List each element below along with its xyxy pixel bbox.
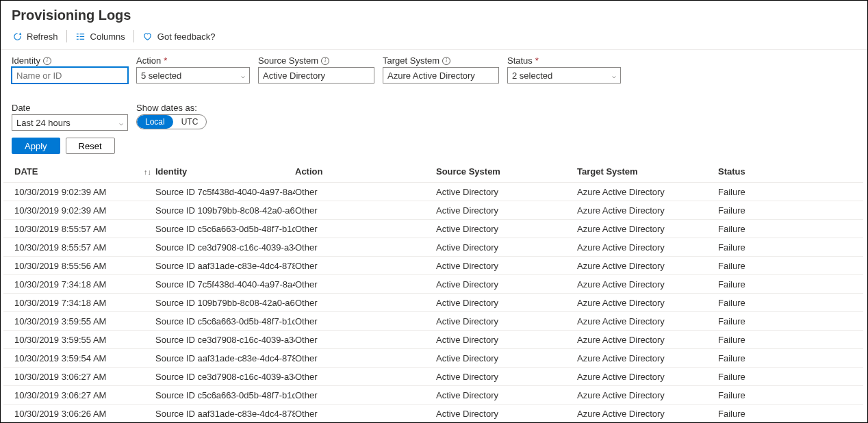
table-row[interactable]: 10/30/2019 9:02:39 AMSource ID 109b79bb-… (3, 201, 863, 220)
cell-target: Azure Active Directory (577, 390, 718, 400)
cell-identity: Source ID 7c5f438d-4040-4a97-8a45-9d6 (155, 187, 295, 197)
cell-source: Active Directory (436, 224, 577, 234)
col-source-header[interactable]: Source System (436, 166, 577, 177)
info-icon[interactable]: i (43, 57, 51, 65)
reset-button[interactable]: Reset (66, 138, 115, 154)
cell-action: Other (295, 409, 436, 419)
cell-target: Azure Active Directory (577, 261, 718, 271)
cell-source: Active Directory (436, 409, 577, 419)
filters-row: Identityi Action* 5 selected⌵ Source Sys… (1, 50, 867, 133)
cell-date: 10/30/2019 8:55:57 AM (14, 242, 155, 253)
table-row[interactable]: 10/30/2019 8:55:57 AMSource ID ce3d7908-… (3, 238, 863, 257)
date-select[interactable]: Last 24 hours⌵ (12, 114, 128, 131)
date-label: Date (12, 103, 30, 113)
cell-status: Failure (718, 316, 852, 326)
toolbar: Refresh Columns Got feedback? (1, 26, 867, 50)
page-title: Provisioning Logs (1, 1, 867, 26)
dates-as-toggle[interactable]: Local UTC (136, 114, 207, 129)
cell-identity: Source ID 7c5f438d-4040-4a97-8a45-9d6 (155, 279, 295, 290)
target-select[interactable]: Azure Active Directory (383, 67, 499, 84)
cell-target: Azure Active Directory (577, 353, 718, 363)
cell-target: Azure Active Directory (577, 205, 718, 216)
status-label: Status (507, 55, 533, 66)
table-row[interactable]: 10/30/2019 3:06:26 AMSource ID aaf31ade-… (3, 405, 863, 423)
table-row[interactable]: 10/30/2019 8:55:56 AMSource ID aaf31ade-… (3, 257, 863, 275)
cell-target: Azure Active Directory (577, 298, 718, 308)
cell-date: 10/30/2019 7:34:18 AM (14, 279, 155, 290)
dates-as-label: Show dates as: (136, 103, 197, 113)
cell-identity: Source ID ce3d7908-c16c-4039-a346-b72 (155, 242, 295, 253)
cell-status: Failure (718, 353, 852, 363)
action-select[interactable]: 5 selected⌵ (136, 67, 250, 84)
cell-status: Failure (718, 242, 852, 253)
source-value: Active Directory (263, 70, 325, 81)
cell-date: 10/30/2019 3:06:27 AM (14, 372, 155, 382)
cell-identity: Source ID c5c6a663-0d5b-48f7-b1d7-ec4 (155, 390, 295, 400)
col-target-header[interactable]: Target System (577, 166, 718, 177)
cell-action: Other (295, 242, 436, 253)
cell-identity: Source ID c5c6a663-0d5b-48f7-b1d7-ec4 (155, 224, 295, 234)
col-status-header[interactable]: Status (718, 166, 852, 177)
action-value: 5 selected (141, 70, 181, 81)
cell-source: Active Directory (436, 372, 577, 382)
cell-target: Azure Active Directory (577, 187, 718, 197)
col-date-header[interactable]: DATE↑↓ (14, 166, 155, 177)
target-label: Target System (383, 55, 439, 66)
refresh-icon (12, 31, 23, 42)
action-label: Action (136, 55, 161, 66)
table-row[interactable]: 10/30/2019 9:02:39 AMSource ID 7c5f438d-… (3, 183, 863, 201)
table-row[interactable]: 10/30/2019 7:34:18 AMSource ID 7c5f438d-… (3, 275, 863, 294)
identity-input[interactable] (12, 67, 128, 84)
cell-date: 10/30/2019 3:59:54 AM (14, 353, 155, 363)
info-icon[interactable]: i (321, 57, 329, 65)
table-body: 10/30/2019 9:02:39 AMSource ID 7c5f438d-… (3, 183, 863, 423)
chevron-down-icon: ⌵ (612, 72, 616, 79)
table-row[interactable]: 10/30/2019 3:06:27 AMSource ID ce3d7908-… (3, 368, 863, 386)
col-date-label: DATE (14, 166, 38, 177)
col-action-header[interactable]: Action (295, 166, 436, 177)
source-select[interactable]: Active Directory (258, 67, 374, 84)
button-row: Apply Reset (1, 133, 867, 161)
cell-target: Azure Active Directory (577, 224, 718, 234)
table-row[interactable]: 10/30/2019 3:06:27 AMSource ID c5c6a663-… (3, 386, 863, 405)
local-option[interactable]: Local (137, 115, 173, 129)
info-icon[interactable]: i (442, 57, 450, 65)
cell-source: Active Directory (436, 187, 577, 197)
heart-icon (142, 31, 153, 42)
columns-button[interactable]: Columns (67, 31, 133, 42)
chevron-down-icon: ⌵ (119, 119, 123, 127)
cell-action: Other (295, 316, 436, 326)
cell-status: Failure (718, 261, 852, 271)
table-row[interactable]: 10/30/2019 8:55:57 AMSource ID c5c6a663-… (3, 220, 863, 238)
cell-source: Active Directory (436, 242, 577, 253)
apply-button[interactable]: Apply (12, 138, 60, 154)
cell-action: Other (295, 372, 436, 382)
cell-identity: Source ID c5c6a663-0d5b-48f7-b1d7-ec4 (155, 316, 295, 326)
cell-action: Other (295, 187, 436, 197)
cell-action: Other (295, 279, 436, 290)
date-value: Last 24 hours (16, 118, 71, 128)
cell-date: 10/30/2019 9:02:39 AM (14, 205, 155, 216)
cell-target: Azure Active Directory (577, 279, 718, 290)
table-row[interactable]: 10/30/2019 7:34:18 AMSource ID 109b79bb-… (3, 294, 863, 312)
cell-identity: Source ID ce3d7908-c16c-4039-a346-b72 (155, 335, 295, 345)
table-row[interactable]: 10/30/2019 3:59:55 AMSource ID ce3d7908-… (3, 331, 863, 349)
cell-date: 10/30/2019 7:34:18 AM (14, 298, 155, 308)
table-row[interactable]: 10/30/2019 3:59:55 AMSource ID c5c6a663-… (3, 312, 863, 331)
cell-date: 10/30/2019 8:55:56 AM (14, 261, 155, 271)
refresh-button[interactable]: Refresh (12, 31, 66, 42)
status-select[interactable]: 2 selected⌵ (507, 67, 621, 84)
cell-target: Azure Active Directory (577, 409, 718, 419)
cell-identity: Source ID aaf31ade-c83e-4dc4-878c-da25 (155, 261, 295, 271)
target-value: Azure Active Directory (387, 70, 475, 81)
table-row[interactable]: 10/30/2019 3:59:54 AMSource ID aaf31ade-… (3, 349, 863, 368)
cell-identity: Source ID aaf31ade-c83e-4dc4-878c-da25 (155, 353, 295, 363)
required-marker: * (164, 55, 167, 66)
utc-option[interactable]: UTC (173, 115, 207, 129)
cell-target: Azure Active Directory (577, 335, 718, 345)
col-identity-header[interactable]: Identity (155, 166, 295, 177)
cell-action: Other (295, 353, 436, 363)
cell-action: Other (295, 205, 436, 216)
cell-date: 10/30/2019 3:59:55 AM (14, 335, 155, 345)
feedback-button[interactable]: Got feedback? (134, 31, 224, 42)
